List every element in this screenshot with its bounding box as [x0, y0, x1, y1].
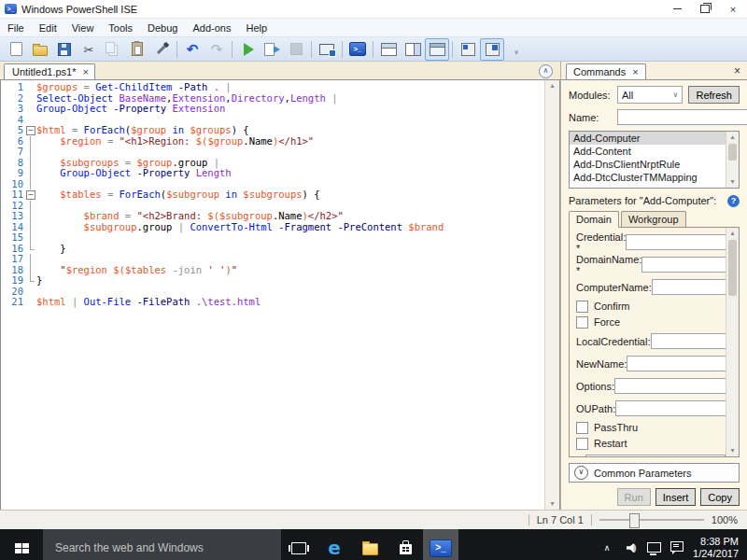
- taskbar-edge-button[interactable]: [317, 529, 352, 560]
- name-input[interactable]: [617, 109, 747, 125]
- volume-icon[interactable]: )): [623, 540, 638, 555]
- scroll-down-icon[interactable]: ▾: [545, 498, 559, 510]
- close-button[interactable]: ×: [719, 0, 747, 18]
- refresh-button[interactable]: Refresh: [688, 86, 740, 104]
- checkbox[interactable]: [576, 316, 588, 329]
- parameter-input[interactable]: [614, 378, 740, 394]
- menu-item-addons[interactable]: Add-ons: [185, 21, 238, 35]
- parameters-scrollbar[interactable]: ▴ ▾: [726, 228, 739, 456]
- open-script-button[interactable]: [28, 38, 52, 61]
- commands-tab[interactable]: Commands ×: [566, 63, 646, 79]
- copy-button[interactable]: Copy: [700, 488, 740, 506]
- overflow-menu-button[interactable]: [504, 38, 529, 61]
- menu-item-help[interactable]: Help: [238, 21, 275, 35]
- script-pane-maximized-button[interactable]: [425, 38, 449, 61]
- menu-item-edit[interactable]: Edit: [32, 21, 64, 35]
- action-center-icon[interactable]: [669, 540, 684, 555]
- editor-vertical-scrollbar[interactable]: ▴ ▾: [544, 80, 559, 510]
- command-list-item[interactable]: Add-Computer: [570, 132, 739, 145]
- paste-button[interactable]: [125, 38, 149, 61]
- fold-gutter[interactable]: ‒: [23, 125, 36, 136]
- tab-close-icon[interactable]: ×: [83, 68, 89, 77]
- scrollbar-thumb[interactable]: [728, 144, 737, 161]
- fold-gutter[interactable]: ‒: [23, 189, 36, 201]
- menu-item-tools[interactable]: Tools: [101, 21, 140, 35]
- modules-dropdown[interactable]: All ∨: [617, 86, 683, 104]
- checkbox[interactable]: [576, 438, 588, 450]
- scroll-up-icon[interactable]: ▴: [545, 80, 559, 91]
- show-command-addon-button[interactable]: [480, 38, 504, 61]
- command-list-item[interactable]: Add-Content: [570, 145, 739, 158]
- start-powershell-button[interactable]: [345, 38, 370, 61]
- new-remote-powershell-tab-button[interactable]: [315, 38, 339, 61]
- menu-item-view[interactable]: View: [64, 21, 102, 35]
- taskbar-clock[interactable]: 8:38 PM 1/24/2017: [693, 536, 739, 560]
- scroll-up-icon[interactable]: ▴: [726, 228, 739, 239]
- taskbar-search-input[interactable]: Search the web and Windows: [43, 529, 281, 560]
- collapse-script-pane-button[interactable]: ∧: [539, 64, 553, 78]
- code-line[interactable]: 9 Group-Object -Property Length: [1, 168, 545, 179]
- start-button[interactable]: [0, 529, 43, 560]
- command-list-item[interactable]: Add-DtcClusterTMMapping: [570, 171, 739, 184]
- cut-button[interactable]: [77, 38, 101, 61]
- script-pane-right-button[interactable]: [401, 38, 425, 61]
- scroll-down-icon[interactable]: ▾: [726, 445, 739, 456]
- clear-console-button[interactable]: [149, 38, 174, 61]
- show-script-pane-button[interactable]: [456, 38, 480, 61]
- taskbar-file-explorer-button[interactable]: [352, 529, 388, 560]
- new-script-button[interactable]: [4, 38, 28, 61]
- command-list[interactable]: Add-ComputerAdd-ContentAdd-DnsClientNrpt…: [569, 131, 740, 189]
- command-list-scrollbar[interactable]: ▴ ▾: [726, 132, 739, 188]
- param-tab-workgroup[interactable]: Workgroup: [621, 211, 686, 228]
- scroll-down-icon[interactable]: ▾: [726, 176, 739, 188]
- insert-button[interactable]: Insert: [655, 488, 697, 506]
- fold-collapse-icon[interactable]: ‒: [26, 126, 35, 135]
- tray-chevron-up-icon[interactable]: ∧: [599, 540, 614, 555]
- redo-button[interactable]: [204, 38, 229, 61]
- code-line[interactable]: 14 $subgroup.group | ConvertTo-Html -Fra…: [1, 222, 545, 233]
- code-line[interactable]: 3Group-Object -Property Extension: [1, 104, 545, 115]
- param-tab-domain[interactable]: Domain: [569, 211, 619, 228]
- code-line[interactable]: 21$html | Out-File -FilePath .\test.html: [1, 297, 545, 308]
- stop-operation-button[interactable]: [284, 38, 308, 61]
- restore-button[interactable]: [691, 0, 719, 18]
- taskbar-powershell-ise-button[interactable]: [423, 529, 458, 560]
- copy-button[interactable]: [101, 38, 125, 61]
- run-button[interactable]: Run: [617, 488, 651, 506]
- common-parameters-expander[interactable]: ∨ Common Parameters: [569, 463, 740, 483]
- parameter-input[interactable]: [627, 356, 740, 371]
- command-list-item[interactable]: Add-DnsClientNrptRule: [570, 158, 739, 171]
- code-line[interactable]: 6 $region = "<h1>Region: $($group.Name)<…: [1, 136, 545, 147]
- script-tab[interactable]: Untitled1.ps1* ×: [4, 63, 95, 79]
- checkbox[interactable]: [576, 301, 588, 313]
- taskbar-task-view-button[interactable]: [281, 529, 317, 560]
- parameter-input[interactable]: [615, 400, 740, 416]
- network-icon[interactable]: [646, 540, 661, 555]
- taskbar-store-button[interactable]: [388, 529, 423, 560]
- zoom-slider-thumb[interactable]: [629, 513, 640, 528]
- run-script-button[interactable]: [235, 38, 260, 61]
- scroll-up-icon[interactable]: ▴: [726, 132, 739, 143]
- menu-item-debug[interactable]: Debug: [140, 21, 185, 35]
- code-line[interactable]: 16 }: [1, 244, 545, 255]
- code-line[interactable]: 11‒ $tables = ForEach($subgroup in $subg…: [1, 189, 545, 201]
- parameter-input[interactable]: [626, 234, 740, 250]
- minimize-button[interactable]: [663, 0, 691, 18]
- undo-button[interactable]: [180, 38, 204, 61]
- code-line[interactable]: 18 "$region $($tables -join ' ')": [1, 265, 545, 276]
- run-selection-button[interactable]: [260, 38, 284, 61]
- commands-tab-close-icon[interactable]: ×: [632, 68, 638, 77]
- panel-close-icon[interactable]: ×: [734, 64, 740, 77]
- save-button[interactable]: [52, 38, 77, 61]
- scrollbar-thumb[interactable]: [728, 240, 737, 296]
- zoom-slider[interactable]: [599, 513, 704, 526]
- parameter-input[interactable]: [585, 455, 726, 457]
- checkbox[interactable]: [576, 422, 588, 434]
- help-icon[interactable]: ?: [727, 195, 740, 207]
- code-line[interactable]: 15: [1, 232, 545, 244]
- script-pane-top-button[interactable]: [376, 38, 401, 61]
- menu-item-file[interactable]: File: [0, 21, 32, 35]
- code-line[interactable]: 19}: [1, 275, 545, 287]
- script-editor[interactable]: 1$groups = Get-ChildItem -Path . |2Selec…: [0, 79, 560, 510]
- fold-collapse-icon[interactable]: ‒: [26, 190, 35, 200]
